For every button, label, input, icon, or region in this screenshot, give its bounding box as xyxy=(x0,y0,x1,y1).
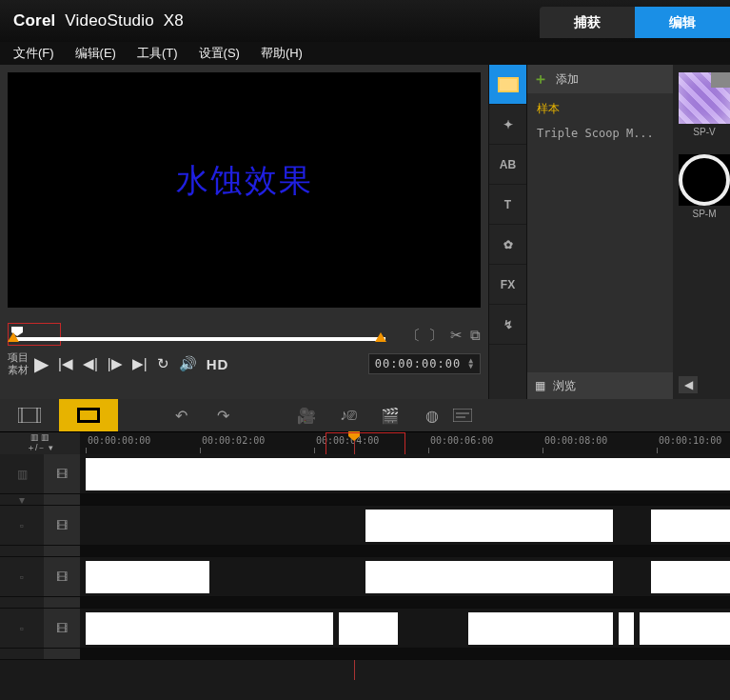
timeline-clip[interactable] xyxy=(619,612,634,645)
record-button[interactable]: 🎥 xyxy=(286,407,327,425)
track-toggle-icon[interactable]: ▥ xyxy=(0,454,44,494)
track-gap xyxy=(0,546,730,557)
timeline-clip[interactable] xyxy=(365,561,613,593)
undo-button[interactable]: ↶ xyxy=(160,407,202,425)
folder-sample[interactable]: 样本 xyxy=(537,101,663,117)
tab-path-icon[interactable]: ↯ xyxy=(489,305,526,345)
timeline-clip[interactable] xyxy=(651,510,730,542)
chapter-button[interactable]: ◍ xyxy=(411,407,453,425)
timecode-value: 00:00:00:00 xyxy=(375,357,461,370)
track-toggle-icon[interactable]: ▫ xyxy=(0,609,44,649)
track-gap: ▾ xyxy=(0,494,730,506)
tab-capture[interactable]: 捕获 xyxy=(540,7,635,38)
overlay-track-icon: 🎞 xyxy=(44,557,80,597)
open-folder-icon[interactable] xyxy=(711,72,730,88)
menu-bar: 文件(F) 编辑(E) 工具(T) 设置(S) 帮助(H) xyxy=(0,42,730,65)
video-track-icon: 🎞 xyxy=(44,454,80,494)
ruler-tick: 00:00:08:00 xyxy=(544,435,607,446)
tab-filter-fx-icon[interactable]: FX xyxy=(489,265,526,305)
collapse-icon[interactable]: ▾ xyxy=(0,494,44,506)
ruler-tick: 00:00:06:00 xyxy=(430,435,493,446)
svg-rect-6 xyxy=(80,410,97,420)
subtitle-button[interactable] xyxy=(453,409,495,422)
menu-edit[interactable]: 编辑(E) xyxy=(75,45,116,62)
thumbnail-sp-m[interactable]: SP-M xyxy=(679,154,730,219)
thumbnail-image xyxy=(679,154,730,206)
add-folder-button[interactable]: ＋ 添加 xyxy=(527,65,673,93)
tab-transition-icon[interactable]: ✦ xyxy=(489,105,526,145)
menu-help[interactable]: 帮助(H) xyxy=(261,45,303,62)
label-project[interactable]: 项目 xyxy=(8,351,29,364)
redo-button[interactable]: ↷ xyxy=(202,407,244,425)
timeline-panel: ↶ ↷ 🎥 ♪⎚ 🎬 ◍ ▥ ▥ ＋/－ ▾ 00:00:00:00 00:00… xyxy=(0,399,730,660)
bracket-in-icon[interactable]: 〔 xyxy=(406,327,421,345)
tab-edit[interactable]: 编辑 xyxy=(635,7,730,38)
tab-title-ab-icon[interactable]: AB xyxy=(489,145,526,185)
svg-rect-7 xyxy=(453,409,472,422)
overlay-track-1[interactable]: ▫ 🎞 xyxy=(0,506,730,546)
timeline-view-button[interactable] xyxy=(59,399,118,431)
menu-file[interactable]: 文件(F) xyxy=(13,45,54,62)
tab-title-t-icon[interactable]: T xyxy=(489,185,526,225)
thumbnail-label: SP-V xyxy=(679,127,730,137)
loop-button[interactable]: ↻ xyxy=(157,355,169,372)
track-header-menu[interactable]: ＋/－ ▾ xyxy=(27,442,53,454)
timeline-clip[interactable] xyxy=(651,561,730,593)
prev-frame-button[interactable]: ◀| xyxy=(83,355,98,372)
track-toggle-icon[interactable]: ▫ xyxy=(0,557,44,597)
overlay-track-2[interactable]: ▫ 🎞 xyxy=(0,557,730,597)
preview-viewport[interactable]: 水蚀效果 xyxy=(8,72,481,308)
scroll-left-button[interactable]: ◀ xyxy=(679,376,698,393)
thumbnail-label: SP-M xyxy=(679,209,730,219)
timeline-clip[interactable] xyxy=(86,458,730,490)
timeline-clip[interactable] xyxy=(86,612,333,645)
folder-triple-scoop[interactable]: Triple Scoop M... xyxy=(537,127,663,140)
timeline-clip[interactable] xyxy=(339,612,398,645)
audio-mixer-button[interactable]: ♪⎚ xyxy=(327,407,369,424)
ruler-tick: 00:00:02:00 xyxy=(202,435,265,446)
mark-out-icon[interactable] xyxy=(375,332,386,342)
fullscreen-icon[interactable]: ⧉ xyxy=(470,327,481,345)
track-gap xyxy=(0,649,730,660)
cut-icon[interactable]: ✂ xyxy=(450,327,463,345)
timeline-clip[interactable] xyxy=(365,510,613,542)
preview-panel: 水蚀效果 〔 〕 ✂ ⧉ 项目 素材 ▶ |◀ ◀| |▶ xyxy=(0,65,488,399)
tab-graphic-icon[interactable]: ✿ xyxy=(489,225,526,265)
track-toggle-icon[interactable]: ▫ xyxy=(0,506,44,546)
bracket-out-icon[interactable]: 〕 xyxy=(428,327,443,345)
ruler-tick: 00:00:00:00 xyxy=(88,435,150,446)
library-category-tabs: ✦ AB T ✿ FX ↯ xyxy=(488,65,527,399)
browse-label: 浏览 xyxy=(553,378,576,394)
timeline-clip[interactable] xyxy=(86,561,209,593)
menu-tools[interactable]: 工具(T) xyxy=(137,45,178,62)
overlay-track-icon: 🎞 xyxy=(44,609,80,649)
add-folder-label: 添加 xyxy=(556,71,579,88)
next-frame-button[interactable]: |▶ xyxy=(108,355,123,372)
mark-in-icon[interactable] xyxy=(8,332,19,342)
video-track-1[interactable]: ▥ 🎞 xyxy=(0,454,730,494)
auto-music-button[interactable]: 🎬 xyxy=(369,407,411,425)
storyboard-view-button[interactable] xyxy=(0,399,59,431)
track-gap xyxy=(0,597,730,609)
play-button[interactable]: ▶ xyxy=(34,352,49,375)
hd-toggle[interactable]: HD xyxy=(207,356,229,372)
label-clip[interactable]: 素材 xyxy=(8,364,29,376)
timecode-field[interactable]: 00:00:00:00 ▲▼ xyxy=(368,353,481,374)
track-header-icon[interactable]: ▥ ▥ xyxy=(30,432,50,442)
browse-icon: ▦ xyxy=(535,379,545,392)
title-bar: Corel VideoStudio X8 捕获 编辑 xyxy=(0,0,730,42)
preview-overlay-text: 水蚀效果 xyxy=(176,159,313,203)
timeline-clip[interactable] xyxy=(640,612,730,645)
timeline-toolbar: ↶ ↷ 🎥 ♪⎚ 🎬 ◍ xyxy=(0,399,730,431)
overlay-track-3[interactable]: ▫ 🎞 xyxy=(0,609,730,649)
timeline-clip[interactable] xyxy=(468,612,613,645)
volume-button[interactable]: 🔊 xyxy=(179,355,197,372)
go-start-button[interactable]: |◀ xyxy=(58,355,73,372)
go-end-button[interactable]: ▶| xyxy=(132,355,148,372)
browse-button[interactable]: ▦ 浏览 xyxy=(527,372,673,399)
timecode-spinner[interactable]: ▲▼ xyxy=(468,358,474,370)
tab-media-icon[interactable] xyxy=(489,65,526,105)
scrub-bar[interactable]: 〔 〕 ✂ ⧉ xyxy=(8,327,481,348)
timeline-ruler[interactable]: ▥ ▥ ＋/－ ▾ 00:00:00:00 00:00:02:00 00:00:… xyxy=(0,431,730,454)
menu-settings[interactable]: 设置(S) xyxy=(199,45,240,62)
